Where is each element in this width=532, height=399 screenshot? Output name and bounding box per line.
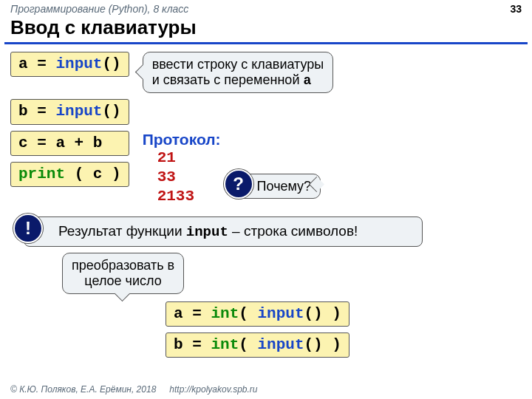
bang-note: Результат функции input – строка символо…: [24, 216, 423, 247]
header: Программирование (Python), 8 класс 33: [0, 0, 532, 16]
code-line-2: b = input(): [10, 99, 129, 124]
why-text: Почему?: [257, 179, 312, 194]
code-line-3: c = a + b: [10, 131, 129, 156]
protocol-v3: 2133: [157, 187, 221, 206]
page-number: 33: [510, 3, 522, 15]
protocol-label: Протокол:: [143, 131, 221, 149]
convert-a: преобразовать в: [72, 258, 174, 273]
title-rule: [4, 42, 528, 44]
bang-fn: input: [186, 224, 228, 240]
code-line-5: a = int( input() ): [166, 301, 349, 327]
callout-text-2: и связать с переменной: [152, 72, 304, 87]
bang-badge: !: [13, 214, 43, 243]
protocol-v1: 21: [157, 149, 221, 168]
question-badge: ?: [224, 169, 253, 199]
code-line-6: b = int( input() ): [166, 332, 349, 358]
page-title: Ввод с клавиатуры: [0, 16, 532, 42]
convert-callout: преобразовать в целое число: [62, 253, 184, 293]
protocol-v2: 33: [157, 168, 221, 187]
slide-body: a = input() ввести строку с клавиатуры и…: [0, 52, 532, 358]
footer: © К.Ю. Поляков, Е.А. Ерёмин, 2018 http:/…: [0, 384, 532, 395]
protocol-block: Протокол: 21 33 2133: [143, 131, 221, 207]
callout-input-explain: ввести строку с клавиатуры и связать с п…: [143, 52, 334, 93]
course-name: Программирование (Python), 8 класс: [10, 3, 188, 15]
bang-b: – строка символов!: [228, 223, 358, 239]
convert-b: целое число: [84, 273, 161, 288]
copyright: © К.Ю. Поляков, Е.А. Ерёмин, 2018: [10, 384, 156, 395]
code-line-4: print ( c ): [10, 162, 129, 187]
callout-var: a: [303, 73, 311, 88]
callout-text-1: ввести строку с клавиатуры: [152, 57, 324, 72]
code-line-1: a = input(): [10, 52, 129, 77]
bang-a: Результат функции: [58, 223, 186, 239]
footer-url: http://kpolyakov.spb.ru: [169, 384, 257, 395]
